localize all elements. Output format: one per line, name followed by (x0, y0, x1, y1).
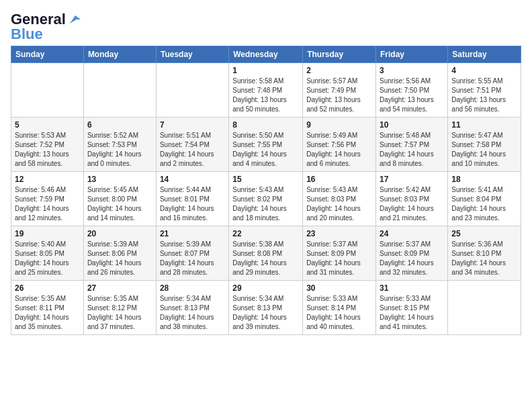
logo-blue: Blue (11, 26, 43, 43)
day-info: Sunrise: 5:55 AM Sunset: 7:51 PM Dayligh… (451, 77, 517, 114)
calendar-cell: 12Sunrise: 5:46 AM Sunset: 7:59 PM Dayli… (11, 172, 84, 226)
calendar-cell (448, 281, 521, 335)
day-info: Sunrise: 5:45 AM Sunset: 8:00 PM Dayligh… (87, 185, 152, 223)
day-number: 7 (160, 120, 225, 130)
day-number: 10 (380, 120, 444, 130)
calendar-cell: 20Sunrise: 5:39 AM Sunset: 8:06 PM Dayli… (83, 226, 156, 281)
calendar-cell: 26Sunrise: 5:35 AM Sunset: 8:11 PM Dayli… (11, 281, 84, 335)
header-monday: Monday (83, 46, 156, 63)
day-number: 30 (306, 283, 372, 293)
calendar-cell: 15Sunrise: 5:43 AM Sunset: 8:02 PM Dayli… (229, 172, 303, 226)
day-number: 22 (232, 229, 299, 238)
day-info: Sunrise: 5:50 AM Sunset: 7:55 PM Dayligh… (232, 131, 299, 169)
day-number: 21 (160, 229, 225, 238)
day-number: 11 (451, 120, 517, 130)
day-info: Sunrise: 5:44 AM Sunset: 8:01 PM Dayligh… (160, 185, 225, 223)
day-info: Sunrise: 5:33 AM Sunset: 8:14 PM Dayligh… (306, 294, 372, 332)
day-number: 5 (15, 120, 80, 130)
header-friday: Friday (376, 46, 448, 63)
calendar-cell: 14Sunrise: 5:44 AM Sunset: 8:01 PM Dayli… (156, 172, 228, 226)
calendar-cell: 13Sunrise: 5:45 AM Sunset: 8:00 PM Dayli… (83, 172, 156, 226)
day-number: 3 (380, 66, 444, 75)
day-info: Sunrise: 5:34 AM Sunset: 8:13 PM Dayligh… (232, 294, 299, 332)
calendar-cell: 25Sunrise: 5:36 AM Sunset: 8:10 PM Dayli… (448, 226, 521, 281)
calendar-cell: 7Sunrise: 5:51 AM Sunset: 7:54 PM Daylig… (156, 118, 228, 172)
calendar-cell: 1Sunrise: 5:58 AM Sunset: 7:48 PM Daylig… (229, 63, 303, 118)
day-info: Sunrise: 5:40 AM Sunset: 8:05 PM Dayligh… (15, 240, 80, 277)
calendar-table: SundayMondayTuesdayWednesdayThursdayFrid… (11, 46, 521, 335)
week-row-4: 26Sunrise: 5:35 AM Sunset: 8:11 PM Dayli… (11, 281, 521, 335)
day-info: Sunrise: 5:48 AM Sunset: 7:57 PM Dayligh… (380, 131, 444, 169)
day-info: Sunrise: 5:47 AM Sunset: 7:58 PM Dayligh… (451, 131, 517, 169)
day-number: 31 (380, 283, 444, 293)
day-info: Sunrise: 5:37 AM Sunset: 8:09 PM Dayligh… (380, 240, 444, 277)
header-tuesday: Tuesday (156, 46, 228, 63)
calendar-cell: 21Sunrise: 5:39 AM Sunset: 8:07 PM Dayli… (156, 226, 228, 281)
calendar-cell: 4Sunrise: 5:55 AM Sunset: 7:51 PM Daylig… (448, 63, 521, 118)
calendar-cell: 23Sunrise: 5:37 AM Sunset: 8:09 PM Dayli… (303, 226, 376, 281)
week-row-2: 12Sunrise: 5:46 AM Sunset: 7:59 PM Dayli… (11, 172, 521, 226)
calendar-cell: 30Sunrise: 5:33 AM Sunset: 8:14 PM Dayli… (303, 281, 376, 335)
day-number: 20 (87, 229, 152, 238)
day-info: Sunrise: 5:58 AM Sunset: 7:48 PM Dayligh… (232, 77, 299, 114)
day-info: Sunrise: 5:56 AM Sunset: 7:50 PM Dayligh… (380, 77, 444, 114)
day-number: 15 (232, 175, 299, 184)
day-info: Sunrise: 5:35 AM Sunset: 8:12 PM Dayligh… (87, 294, 152, 332)
calendar-cell: 31Sunrise: 5:33 AM Sunset: 8:15 PM Dayli… (376, 281, 448, 335)
week-row-1: 5Sunrise: 5:53 AM Sunset: 7:52 PM Daylig… (11, 118, 521, 172)
day-info: Sunrise: 5:36 AM Sunset: 8:10 PM Dayligh… (451, 240, 517, 277)
header-saturday: Saturday (448, 46, 521, 63)
calendar-cell: 2Sunrise: 5:57 AM Sunset: 7:49 PM Daylig… (303, 63, 376, 118)
day-number: 26 (15, 283, 80, 293)
week-row-0: 1Sunrise: 5:58 AM Sunset: 7:48 PM Daylig… (11, 63, 521, 118)
day-number: 29 (232, 283, 299, 293)
calendar-cell: 8Sunrise: 5:50 AM Sunset: 7:55 PM Daylig… (229, 118, 303, 172)
day-info: Sunrise: 5:41 AM Sunset: 8:04 PM Dayligh… (451, 185, 517, 223)
day-number: 27 (87, 283, 152, 293)
day-info: Sunrise: 5:38 AM Sunset: 8:08 PM Dayligh… (232, 240, 299, 277)
calendar-cell: 19Sunrise: 5:40 AM Sunset: 8:05 PM Dayli… (11, 226, 84, 281)
day-info: Sunrise: 5:34 AM Sunset: 8:13 PM Dayligh… (160, 294, 225, 332)
day-number: 18 (451, 175, 517, 184)
calendar-cell: 10Sunrise: 5:48 AM Sunset: 7:57 PM Dayli… (376, 118, 448, 172)
calendar-cell: 16Sunrise: 5:43 AM Sunset: 8:03 PM Dayli… (303, 172, 376, 226)
header-wednesday: Wednesday (229, 46, 303, 63)
calendar-cell: 24Sunrise: 5:37 AM Sunset: 8:09 PM Dayli… (376, 226, 448, 281)
header-row: SundayMondayTuesdayWednesdayThursdayFrid… (11, 46, 521, 63)
day-number: 6 (87, 120, 152, 130)
day-number: 1 (232, 66, 299, 75)
day-info: Sunrise: 5:39 AM Sunset: 8:06 PM Dayligh… (87, 240, 152, 277)
day-info: Sunrise: 5:53 AM Sunset: 7:52 PM Dayligh… (15, 131, 80, 169)
calendar-cell: 27Sunrise: 5:35 AM Sunset: 8:12 PM Dayli… (83, 281, 156, 335)
calendar-cell: 3Sunrise: 5:56 AM Sunset: 7:50 PM Daylig… (376, 63, 448, 118)
day-info: Sunrise: 5:51 AM Sunset: 7:54 PM Dayligh… (160, 131, 225, 169)
day-number: 13 (87, 175, 152, 184)
day-info: Sunrise: 5:37 AM Sunset: 8:09 PM Dayligh… (306, 240, 372, 277)
day-number: 12 (15, 175, 80, 184)
day-info: Sunrise: 5:43 AM Sunset: 8:03 PM Dayligh… (306, 185, 372, 223)
day-number: 16 (306, 175, 372, 184)
logo: General Blue (11, 11, 83, 43)
calendar-cell: 17Sunrise: 5:42 AM Sunset: 8:03 PM Dayli… (376, 172, 448, 226)
day-info: Sunrise: 5:49 AM Sunset: 7:56 PM Dayligh… (306, 131, 372, 169)
day-info: Sunrise: 5:43 AM Sunset: 8:02 PM Dayligh… (232, 185, 299, 223)
day-number: 28 (160, 283, 225, 293)
calendar-cell (156, 63, 228, 118)
header-thursday: Thursday (303, 46, 376, 63)
day-number: 17 (380, 175, 444, 184)
day-info: Sunrise: 5:35 AM Sunset: 8:11 PM Dayligh… (15, 294, 80, 332)
page-header: General Blue (11, 11, 521, 43)
logo-bird-icon (67, 14, 83, 25)
day-info: Sunrise: 5:39 AM Sunset: 8:07 PM Dayligh… (160, 240, 225, 277)
day-number: 14 (160, 175, 225, 184)
calendar-cell: 29Sunrise: 5:34 AM Sunset: 8:13 PM Dayli… (229, 281, 303, 335)
calendar-cell (11, 63, 84, 118)
calendar-cell: 6Sunrise: 5:52 AM Sunset: 7:53 PM Daylig… (83, 118, 156, 172)
day-number: 25 (451, 229, 517, 238)
day-number: 9 (306, 120, 372, 130)
header-sunday: Sunday (11, 46, 84, 63)
week-row-3: 19Sunrise: 5:40 AM Sunset: 8:05 PM Dayli… (11, 226, 521, 281)
day-info: Sunrise: 5:57 AM Sunset: 7:49 PM Dayligh… (306, 77, 372, 114)
day-info: Sunrise: 5:42 AM Sunset: 8:03 PM Dayligh… (380, 185, 444, 223)
calendar-cell: 22Sunrise: 5:38 AM Sunset: 8:08 PM Dayli… (229, 226, 303, 281)
